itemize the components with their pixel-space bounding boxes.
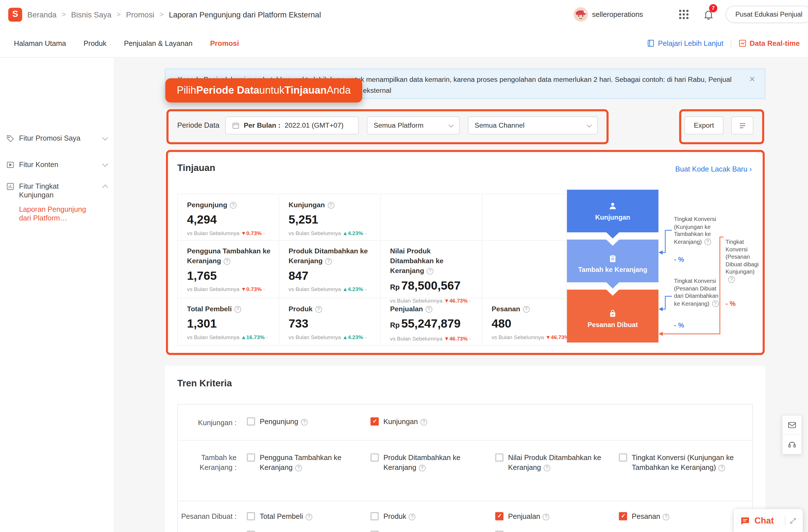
- avatar[interactable]: [573, 7, 588, 22]
- criteria-checkbox-pesanan[interactable]: Pesanan?: [619, 512, 722, 521]
- metric-value: 847: [289, 269, 373, 283]
- checkbox-checked[interactable]: [619, 512, 627, 520]
- sidebar-item-laporan-pengunjung[interactable]: Laporan Pengunjung dari Platform…: [19, 205, 99, 222]
- buat-kode-lacak-link[interactable]: Buat Kode Lacak Baru ›: [675, 165, 752, 173]
- nav-promosi[interactable]: Promosi: [210, 39, 239, 47]
- criteria-checkbox-total-pembeli[interactable]: Total Pembeli?: [247, 512, 350, 521]
- breadcrumb-separator-icon: >: [117, 11, 121, 19]
- checkbox-unchecked[interactable]: [495, 453, 503, 461]
- funnel-tambah-keranjang: Tambah ke Keranjang: [567, 240, 658, 289]
- criteria-checkbox-penjualan[interactable]: Penjualan?: [495, 512, 598, 521]
- help-icon[interactable]: ?: [306, 514, 312, 520]
- criteria-checkbox-tingkat-konversi-dibagi-kunjungan[interactable]: Tingkat Konversi (Pesanan Dibuat dibagi …: [495, 530, 606, 532]
- breadcrumb-bisnis-saya[interactable]: Bisnis Saya: [71, 10, 112, 19]
- help-icon[interactable]: ?: [420, 419, 427, 426]
- data-realtime-link[interactable]: Data Real-time: [738, 39, 800, 47]
- checkbox-checked[interactable]: [495, 512, 503, 520]
- breadcrumb-separator-icon: >: [160, 11, 164, 19]
- help-icon[interactable]: ?: [663, 514, 669, 520]
- help-icon[interactable]: ?: [719, 465, 725, 472]
- criteria-checkbox-tingkat-konversi-kunjungan[interactable]: Tingkat Konversi (Kunjungan ke Tambahkan…: [619, 453, 740, 473]
- criteria-checkbox-pengunjung[interactable]: Pengunjung?: [247, 417, 350, 426]
- sidebar-item-fitur-tingkat-kunjungan[interactable]: Fitur Tingkat Kunjungan: [0, 182, 114, 199]
- checkbox-unchecked[interactable]: [247, 453, 255, 461]
- checkbox-unchecked[interactable]: [247, 531, 255, 532]
- sidebar-item-fitur-promosi[interactable]: Fitur Promosi Saya: [0, 134, 114, 143]
- criteria-checkbox-tingkat-konversi-dari-keranjang[interactable]: Tingkat Konversi (Pesanan Dibuat dari Di…: [370, 530, 481, 532]
- headset-icon: [788, 440, 797, 449]
- checkbox-unchecked[interactable]: [247, 417, 255, 425]
- funnel-pesanan-dibuat: Pesanan Dibuat: [567, 290, 658, 343]
- chevron-down-icon: [102, 135, 108, 141]
- content-icon: [6, 161, 14, 169]
- help-icon[interactable]: ?: [301, 419, 308, 426]
- channel-select[interactable]: Semua Channel: [468, 116, 598, 134]
- help-icon[interactable]: ?: [543, 514, 550, 520]
- metric-empty-cell: [381, 194, 482, 241]
- criteria-checkbox-penjualan-per-pembeli[interactable]: Penjualan per Pembeli?: [247, 530, 350, 532]
- help-icon[interactable]: ?: [230, 202, 237, 209]
- platform-select[interactable]: Semua Platform: [367, 116, 460, 134]
- checkbox-unchecked[interactable]: [619, 453, 627, 461]
- nav-penjualan-layanan[interactable]: Penjualan & Layanan: [124, 39, 192, 47]
- help-icon[interactable]: ?: [427, 268, 434, 275]
- criteria-checkbox-kunjungan[interactable]: Kunjungan?: [370, 417, 473, 426]
- help-icon[interactable]: ?: [325, 258, 332, 265]
- divider: [785, 516, 786, 525]
- breadcrumb-promosi[interactable]: Promosi: [126, 10, 154, 19]
- checkbox-unchecked[interactable]: [370, 512, 379, 520]
- nav-produk[interactable]: Produk: [84, 39, 106, 47]
- breadcrumb-beranda[interactable]: Beranda: [27, 10, 57, 19]
- guide-tooltip: Pilih Periode Data untuk Tinjauan Anda: [165, 78, 362, 103]
- metric-comparison: vs Bulan Sebelumnya▲4.23%-: [289, 286, 373, 292]
- metric-pengguna-tambah-keranjang: Pengguna Tambahkan ke Keranjang? 1,765 v…: [178, 241, 279, 298]
- metric-comparison: vs Bulan Sebelumnya▲4.23%-: [289, 230, 373, 236]
- criteria-row-tambah-keranjang: Tambah ke Keranjang : Pengguna Tambahkan…: [178, 441, 752, 501]
- help-icon[interactable]: ?: [409, 514, 416, 520]
- checkbox-unchecked[interactable]: [370, 453, 379, 461]
- help-icon[interactable]: ?: [712, 300, 719, 307]
- checkbox-checked[interactable]: [370, 417, 379, 425]
- checkbox-unchecked[interactable]: [370, 531, 379, 532]
- feedback-button[interactable]: [782, 415, 802, 435]
- conversion-value-2: - %: [674, 322, 684, 329]
- help-icon[interactable]: ?: [295, 465, 302, 472]
- help-icon[interactable]: ?: [419, 465, 425, 472]
- metric-value: Rp55,247,879: [390, 316, 475, 332]
- sidebar-item-fitur-konten[interactable]: Fitur Konten: [0, 160, 114, 169]
- apps-grid-icon[interactable]: [679, 10, 688, 19]
- criteria-checkbox-produk[interactable]: Produk?: [370, 512, 473, 521]
- help-icon[interactable]: ?: [544, 465, 550, 472]
- help-icon[interactable]: ?: [327, 202, 334, 209]
- checkbox-unchecked[interactable]: [247, 512, 255, 520]
- criteria-row-pesanan-dibuat: Pesanan Dibuat : Total Pembeli? Produk? …: [178, 501, 752, 532]
- help-icon[interactable]: ?: [704, 238, 711, 245]
- list-settings-button[interactable]: [731, 116, 753, 134]
- nav-halaman-utama[interactable]: Halaman Utama: [14, 39, 66, 47]
- pelajari-lebih-lanjut-link[interactable]: Pelajari Lebih Lanjut: [646, 39, 723, 47]
- date-range-picker[interactable]: Per Bulan : 2022.01 (GMT+07): [225, 116, 359, 134]
- help-icon[interactable]: ?: [728, 276, 735, 282]
- export-button[interactable]: Export: [684, 116, 723, 134]
- metric-empty-cell: [482, 241, 567, 298]
- checkbox-unchecked[interactable]: [495, 531, 503, 532]
- help-icon[interactable]: ?: [315, 306, 322, 313]
- shopee-logo[interactable]: S: [8, 7, 22, 21]
- help-icon[interactable]: ?: [523, 306, 530, 313]
- criteria-checkbox-nilai-produk[interactable]: Nilai Produk Ditambahkan ke Keranjang?: [495, 453, 606, 473]
- support-button[interactable]: [782, 435, 802, 454]
- help-icon[interactable]: ?: [224, 258, 230, 265]
- person-icon: [608, 201, 617, 210]
- help-icon[interactable]: ?: [425, 306, 432, 313]
- metric-nilai-produk: Nilai Produk Ditambahkan ke Keranjang? R…: [381, 241, 482, 298]
- criteria-checkbox-pengguna-tambah[interactable]: Pengguna Tambahkan ke Keranjang?: [247, 453, 342, 473]
- close-icon[interactable]: ✕: [749, 75, 755, 84]
- expand-icon[interactable]: [789, 517, 797, 525]
- help-icon[interactable]: ?: [234, 306, 241, 313]
- breadcrumb-current-page: Laporan Pengunjung dari Platform Ekstern…: [169, 10, 321, 19]
- chat-widget[interactable]: Chat: [734, 509, 803, 532]
- criteria-checkbox-produk-ditambahkan[interactable]: Produk Ditambahkan ke Keranjang?: [370, 453, 466, 473]
- chat-label: Chat: [754, 515, 781, 526]
- username[interactable]: selleroperations: [592, 0, 643, 29]
- pusat-edukasi-button[interactable]: Pusat Edukasi Penjual: [726, 6, 808, 23]
